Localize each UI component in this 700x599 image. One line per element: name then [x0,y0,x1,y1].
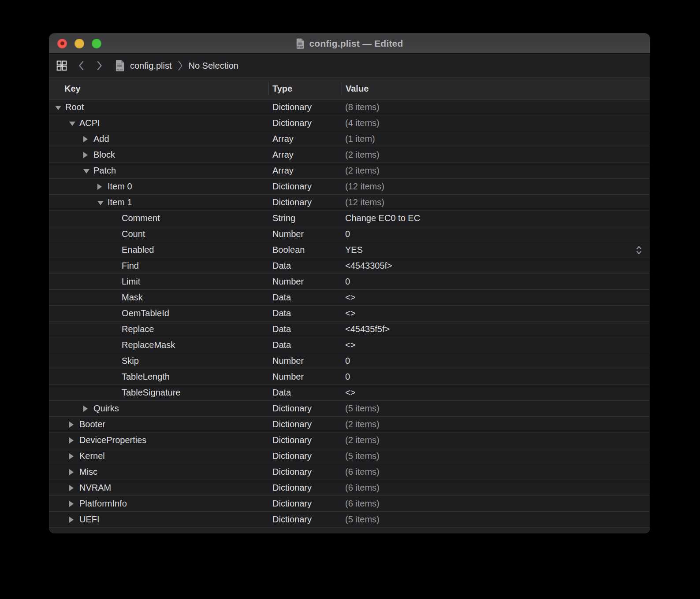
column-header-key[interactable]: Key [49,78,268,99]
forward-chevron-icon[interactable] [96,60,104,71]
row-value[interactable]: (6 items) [345,467,380,477]
disclosure-triangle-icon[interactable] [83,152,88,158]
table-row[interactable]: Find Data <4543305f> [49,258,650,274]
row-type[interactable]: Data [268,337,342,353]
row-type[interactable]: Boolean [268,242,342,258]
row-type[interactable]: Dictionary [268,512,342,527]
row-value[interactable]: (5 items) [345,403,380,414]
row-type[interactable]: Number [268,369,342,385]
row-value[interactable]: <4543305f> [345,261,392,271]
table-row[interactable]: Comment String Change EC0 to EC [49,211,650,226]
table-row[interactable]: NVRAM Dictionary (6 items) [49,480,650,496]
row-type[interactable]: Dictionary [268,179,342,194]
row-type[interactable]: Dictionary [268,401,342,416]
row-type[interactable]: Array [268,131,342,147]
table-row[interactable]: OemTableId Data <> [49,306,650,322]
table-row[interactable]: Enabled Boolean YES [49,242,650,258]
table-row[interactable]: Patch Array (2 items) [49,163,650,179]
row-type[interactable]: Data [268,258,342,274]
row-value[interactable]: (2 items) [345,150,380,160]
table-row[interactable]: Replace Data <45435f5f> [49,322,650,337]
row-value[interactable]: (2 items) [345,166,380,176]
disclosure-triangle-icon[interactable] [97,184,102,190]
row-value[interactable]: <45435f5f> [345,324,390,334]
breadcrumb-file[interactable]: config.plist [130,61,172,71]
row-value[interactable]: 0 [345,229,350,239]
disclosure-triangle-icon[interactable] [69,422,74,428]
back-chevron-icon[interactable] [77,60,85,71]
row-value[interactable]: <> [345,292,355,303]
table-row[interactable]: Item 0 Dictionary (12 items) [49,179,650,195]
disclosure-triangle-icon[interactable] [97,201,104,205]
up-down-chevrons-icon[interactable] [635,244,643,257]
table-row[interactable]: Kernel Dictionary (5 items) [49,448,650,464]
row-value[interactable]: (1 item) [345,134,375,144]
row-value[interactable]: <> [345,340,355,350]
disclosure-triangle-icon[interactable] [69,501,74,507]
row-value[interactable]: (6 items) [345,483,380,493]
row-value[interactable]: Change EC0 to EC [345,213,420,223]
minimize-button[interactable] [74,39,84,48]
table-row[interactable]: TableLength Number 0 [49,369,650,385]
zoom-button[interactable] [92,39,101,48]
table-row[interactable]: ReplaceMask Data <> [49,337,650,353]
row-type[interactable]: Dictionary [268,100,342,115]
column-header-type[interactable]: Type [268,78,342,99]
row-type[interactable]: Number [268,274,342,289]
table-row[interactable]: Limit Number 0 [49,274,650,290]
table-row[interactable]: Add Array (1 item) [49,131,650,147]
disclosure-triangle-icon[interactable] [69,485,74,491]
table-row[interactable]: Item 1 Dictionary (12 items) [49,195,650,211]
row-type[interactable]: Data [268,322,342,337]
row-value[interactable]: (6 items) [345,499,380,509]
row-type[interactable]: Dictionary [268,115,342,131]
row-type[interactable]: Array [268,147,342,163]
close-button-edited-dot[interactable] [57,39,67,48]
table-row[interactable]: UEFI Dictionary (5 items) [49,512,650,528]
disclosure-triangle-icon[interactable] [69,122,75,126]
table-row[interactable]: Skip Number 0 [49,353,650,369]
table-row[interactable]: Booter Dictionary (2 items) [49,417,650,433]
row-type[interactable]: Dictionary [268,448,342,464]
row-type[interactable]: Dictionary [268,417,342,432]
titlebar[interactable]: config.plist — Edited [49,33,650,54]
row-value[interactable]: <> [345,388,355,398]
row-type[interactable]: String [268,211,342,226]
table-row[interactable]: DeviceProperties Dictionary (2 items) [49,433,650,448]
table-row[interactable]: TableSignature Data <> [49,385,650,401]
table-row[interactable]: Misc Dictionary (6 items) [49,464,650,480]
breadcrumb-selection[interactable]: No Selection [189,61,238,71]
disclosure-triangle-icon[interactable] [69,437,74,444]
row-type[interactable]: Dictionary [268,480,342,495]
table-row[interactable]: Mask Data <> [49,290,650,306]
row-value[interactable]: <> [345,308,355,318]
row-value[interactable]: 0 [345,356,350,366]
row-type[interactable]: Number [268,353,342,369]
row-value[interactable]: (12 items) [345,181,384,192]
related-items-grid-icon[interactable] [56,60,67,71]
table-row[interactable]: ACPI Dictionary (4 items) [49,115,650,131]
disclosure-triangle-icon[interactable] [83,169,89,174]
row-value[interactable]: 0 [345,372,350,382]
table-row[interactable]: Root Dictionary (8 items) [49,100,650,115]
row-type[interactable]: Dictionary [268,464,342,480]
row-value[interactable]: YES [345,245,363,255]
row-type[interactable]: Data [268,290,342,305]
table-row[interactable]: Quirks Dictionary (5 items) [49,401,650,417]
row-type[interactable]: Dictionary [268,496,342,511]
row-value[interactable]: (12 items) [345,197,384,207]
table-row[interactable]: Count Number 0 [49,226,650,242]
table-row[interactable]: PlatformInfo Dictionary (6 items) [49,496,650,512]
disclosure-triangle-icon[interactable] [83,406,88,412]
row-value[interactable]: (5 items) [345,514,380,525]
row-type[interactable]: Data [268,306,342,321]
row-type[interactable]: Array [268,163,342,178]
row-value[interactable]: (5 items) [345,451,380,461]
row-type[interactable]: Number [268,226,342,242]
table-row[interactable]: Block Array (2 items) [49,147,650,163]
row-value[interactable]: (4 items) [345,118,380,128]
row-type[interactable]: Dictionary [268,195,342,210]
disclosure-triangle-icon[interactable] [69,453,74,459]
row-value[interactable]: (8 items) [345,102,380,112]
row-type[interactable]: Dictionary [268,433,342,448]
